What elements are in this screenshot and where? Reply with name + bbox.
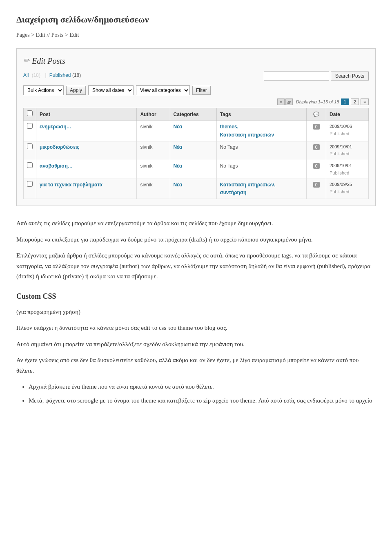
comment-count: 0: [313, 163, 320, 169]
comments-cell: 0: [307, 121, 326, 141]
post-cell: ενημέρωση…: [36, 121, 137, 141]
author-cell: sivnik: [137, 141, 170, 160]
post-link[interactable]: ενημέρωση…: [40, 124, 71, 130]
author-name: sivnik: [140, 163, 152, 169]
tag-link-2[interactable]: Κατάσταση υπηρεσιών: [220, 132, 274, 138]
panel-title: Edit Posts: [32, 54, 65, 67]
search-input[interactable]: [264, 72, 329, 81]
select-all-checkbox[interactable]: [27, 110, 33, 116]
date-header: Date: [326, 108, 369, 121]
post-link[interactable]: μικροδιορθώσεις: [40, 144, 80, 150]
date-cell: 2009/09/25Published: [326, 179, 369, 199]
show-all-dates-select[interactable]: Show all dates: [88, 85, 134, 95]
row-checkbox-cell: [24, 141, 36, 160]
category-link[interactable]: Νέα: [174, 144, 182, 150]
custom-css-para1: Πλέον υπάρχει η δυνατότητα να κάνετε μόν…: [16, 323, 376, 333]
post-cell: αναβαθμιση…: [36, 160, 137, 179]
filter-row: Bulk Actions Apply Show all dates View a…: [23, 85, 369, 95]
author-cell: sivnik: [137, 179, 170, 199]
status-badge: Published: [330, 131, 349, 136]
category-link[interactable]: Νέα: [174, 163, 182, 169]
table-row: ενημέρωση… sivnik Νέα themes, Κατάσταση …: [24, 121, 369, 141]
pipe-sep: |: [45, 72, 47, 78]
tag-link[interactable]: themes,: [220, 124, 238, 130]
table-row: για τα τεχνικά προβλήματα sivnik Νέα Κατ…: [24, 179, 369, 199]
tags-header: Tags: [216, 108, 307, 121]
tags-cell: themes, Κατάσταση υπηρεσιών: [216, 121, 307, 141]
list-view-icon[interactable]: ≡: [277, 98, 285, 105]
para1: Μπορούμε να επιλέξουμε για παράδειγμα να…: [16, 235, 376, 245]
tab-sep: (18): [32, 72, 40, 78]
list-item: Αρχικά βρίσκετε ένα theme που να είναι α…: [29, 382, 376, 392]
category-cell: Νέα: [170, 141, 216, 160]
post-link[interactable]: αναβαθμιση…: [40, 163, 73, 169]
comment-count: 0: [313, 182, 320, 188]
comment-count: 0: [313, 144, 320, 150]
pagination-text: Displaying 1–15 of 18: [296, 98, 339, 106]
tab-published[interactable]: Published: [49, 72, 71, 78]
status-badge: Published: [330, 170, 349, 175]
view-all-categories-select[interactable]: View all categories: [136, 85, 190, 95]
comments-cell: 0: [307, 179, 326, 199]
grid-view-icon[interactable]: ▦: [285, 98, 293, 105]
row-checkbox[interactable]: [27, 162, 33, 168]
bullet-list: Αρχικά βρίσκετε ένα theme που να είναι α…: [16, 382, 376, 406]
custom-css-para2: Αυτό σημαίνει ότι μπορείτε να πειράξετε/…: [16, 339, 376, 350]
search-button[interactable]: Search Posts: [331, 72, 369, 81]
row-checkbox[interactable]: [27, 143, 33, 149]
tags-cell: No Tags: [216, 160, 307, 179]
page-2-button[interactable]: 2: [351, 98, 359, 105]
intro-paragraph: Από αυτές τις σελίδες μπορούμε να επεξερ…: [16, 218, 376, 229]
row-checkbox-cell: [24, 179, 36, 199]
post-cell: μικροδιορθώσεις: [36, 141, 137, 160]
custom-css-subtitle: (για προχωρημένη χρήση): [16, 307, 376, 318]
list-item: Μετά, ψάχνετε στο scroogle με το όνομα τ…: [29, 396, 376, 406]
post-cell: για τα τεχνικά προβλήματα: [36, 179, 137, 199]
row-checkbox[interactable]: [27, 123, 33, 129]
row-checkbox-cell: [24, 121, 36, 141]
edit-posts-panel: ✏ Edit Posts All (18) | Published (18) S…: [16, 48, 376, 206]
date-cell: 2009/10/06Published: [326, 121, 369, 141]
bulk-actions-select[interactable]: Bulk Actions: [23, 85, 64, 95]
tag-link-2[interactable]: συντήρηση: [220, 190, 247, 195]
page-1-button[interactable]: 1: [341, 98, 349, 105]
date-cell: 2009/10/01Published: [326, 141, 369, 160]
comments-cell: 0: [307, 141, 326, 160]
select-all-header: [24, 108, 36, 121]
post-link[interactable]: για τα τεχνικά προβλήματα: [40, 182, 102, 188]
view-toggle: ≡ ▦: [277, 98, 293, 105]
author-name: sivnik: [140, 124, 152, 130]
categories-header: Categories: [170, 108, 216, 121]
next-page-button[interactable]: »: [361, 98, 369, 105]
tags-cell: Κατάσταση υπηρεσιών, συντήρηση: [216, 179, 307, 199]
tags-cell: No Tags: [216, 141, 307, 160]
author-cell: sivnik: [137, 121, 170, 141]
row-checkbox-cell: [24, 160, 36, 179]
category-cell: Νέα: [170, 179, 216, 199]
no-tags-label: No Tags: [220, 163, 238, 169]
comments-header: 💬: [307, 108, 326, 121]
published-count: (18): [72, 72, 81, 78]
category-link[interactable]: Νέα: [174, 124, 182, 130]
author-name: sivnik: [140, 144, 152, 150]
date-cell: 2009/10/01Published: [326, 160, 369, 179]
tab-all[interactable]: All: [23, 72, 29, 78]
category-link[interactable]: Νέα: [174, 182, 182, 188]
author-cell: sivnik: [137, 160, 170, 179]
apply-button[interactable]: Apply: [66, 86, 86, 95]
page-title: Διαχείριση σελίδων/δημοσιεύσεων: [16, 12, 376, 27]
author-header: Author: [137, 108, 170, 121]
tab-row: All (18) | Published (18): [23, 72, 81, 79]
status-badge: Published: [330, 151, 349, 156]
row-checkbox[interactable]: [27, 181, 33, 187]
author-name: sivnik: [140, 182, 152, 188]
search-row: Search Posts: [264, 72, 369, 81]
body-content: Από αυτές τις σελίδες μπορούμε να επεξερ…: [16, 218, 376, 406]
tag-link[interactable]: Κατάσταση υπηρεσιών,: [220, 182, 276, 188]
panel-header: ✏ Edit Posts: [23, 54, 369, 67]
status-badge: Published: [330, 189, 349, 194]
filter-button[interactable]: Filter: [192, 86, 211, 95]
no-tags-label: No Tags: [220, 144, 238, 150]
posts-table: Post Author Categories Tags 💬 Date ενημέ…: [23, 108, 369, 199]
pencil-icon: ✏: [23, 55, 29, 67]
